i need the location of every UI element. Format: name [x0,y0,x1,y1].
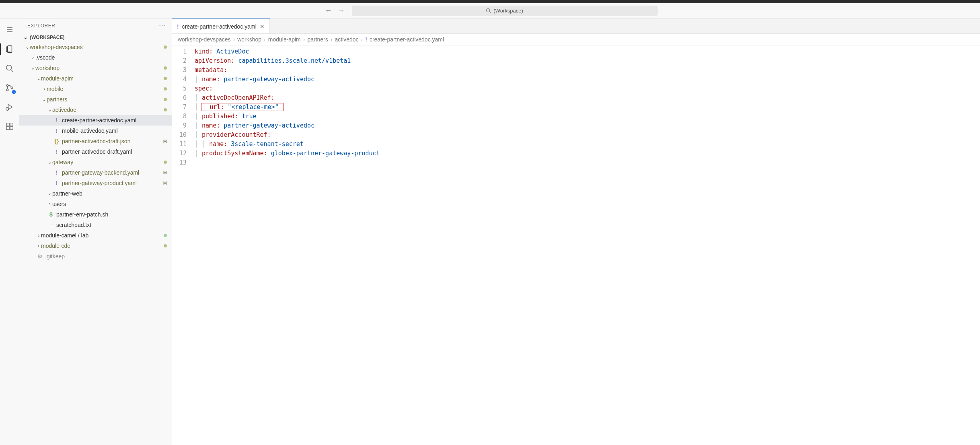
chevron-right-icon: › [264,36,266,43]
chevron-right-icon: › [47,201,52,207]
svg-point-12 [6,107,8,110]
explorer-sidebar: EXPLORER ⋯ ⌄ (WORKSPACE) ⌄ workshop-devs… [19,19,172,445]
tree-label: module-cdc [41,243,164,249]
nav-forward-button[interactable]: → [336,5,347,16]
tree-folder-workshop[interactable]: ⌄ workshop [19,63,172,73]
breadcrumb-item[interactable]: activedoc [335,36,358,43]
modified-dot-icon [164,66,167,70]
run-debug-icon[interactable] [2,99,18,115]
chevron-down-icon: ⌄ [25,44,30,50]
tree-label: users [52,201,167,207]
tree-folder-module-apim[interactable]: ⌄ module-apim [19,73,172,84]
search-activity-icon[interactable] [2,60,18,76]
svg-rect-15 [10,127,12,130]
yaml-file-icon: ! [53,180,60,186]
breadcrumb-item[interactable]: workshop-devspaces [178,36,231,43]
yaml-file-icon: ! [53,148,60,155]
tab-create-partner-activedoc[interactable]: ! create-partner-activedoc.yaml ✕ [172,19,270,33]
tree-label: workshop-devspaces [30,44,164,50]
chevron-right-icon: › [31,55,35,60]
tab-label: create-partner-activedoc.yaml [182,23,257,30]
menu-icon[interactable] [2,22,18,38]
file-tree: ⌄ workshop-devspaces › .vscode ⌄ worksho… [19,42,172,445]
breadcrumb[interactable]: workshop-devspaces› workshop› module-api… [172,34,980,45]
modified-badge: M [163,170,167,175]
chevron-down-icon: ⌄ [36,76,41,81]
code-content[interactable]: kind: ActiveDoc apiVersion: capabilities… [191,45,380,445]
tree-label: module-camel / lab [41,232,164,239]
extensions-icon[interactable] [2,118,18,134]
modified-dot-icon [164,98,167,101]
tree-label: create-partner-activedoc.yaml [62,117,167,124]
tree-file-partner-gateway-backend[interactable]: ! partner-gateway-backend.yaml M [19,167,172,178]
svg-point-7 [6,84,8,87]
editor-area: ! create-partner-activedoc.yaml ✕ worksh… [172,19,980,445]
tree-folder-module-cdc[interactable]: › module-cdc [19,241,172,251]
modified-dot-icon [164,161,167,164]
svg-rect-13 [6,123,9,126]
tree-file-partner-activedoc-draft-json[interactable]: {} partner-activedoc-draft.json M [19,136,172,146]
breadcrumb-item[interactable]: workshop [237,36,261,43]
tree-label: .gitkeep [45,253,167,260]
tree-file-partner-activedoc-draft-yaml[interactable]: ! partner-activedoc-draft.yaml [19,146,172,157]
chevron-right-icon: › [361,36,363,43]
tree-file-scratchpad[interactable]: ≡ scratchpad.txt [19,220,172,230]
modified-badge: M [163,181,167,185]
svg-line-1 [489,12,491,13]
tree-folder-partners[interactable]: ⌄ partners [19,94,172,105]
command-center-search[interactable]: (Workspace) [352,6,657,16]
tree-file-gitkeep[interactable]: ⚙ .gitkeep [19,251,172,262]
tree-folder-users[interactable]: › users [19,199,172,209]
source-control-icon[interactable] [2,80,18,96]
tree-label: scratchpad.txt [56,222,167,228]
tree-label: partner-gateway-backend.yaml [62,169,162,176]
tree-label: partner-web [52,190,167,197]
chevron-down-icon: ⌄ [47,159,52,165]
breadcrumb-item[interactable]: create-partner-activedoc.yaml [370,36,444,43]
chevron-right-icon: › [47,191,52,196]
line-gutter: 123 456 789 101112 13 [172,45,191,445]
tree-folder-root[interactable]: ⌄ workshop-devspaces [19,42,172,52]
search-placeholder: (Workspace) [493,8,523,14]
breadcrumb-item[interactable]: partners [307,36,328,43]
svg-rect-14 [6,127,9,130]
tree-file-partner-env-patch[interactable]: $ partner-env-patch.sh [19,209,172,220]
tree-label: gateway [52,159,164,165]
tree-file-mobile-activedoc[interactable]: ! mobile-activedoc.yaml [19,126,172,136]
close-icon[interactable]: ✕ [260,23,265,30]
svg-line-6 [10,70,13,72]
tree-folder-gateway[interactable]: ⌄ gateway [19,157,172,167]
json-file-icon: {} [53,138,60,144]
chevron-down-icon: ⌄ [47,107,52,113]
tree-folder-vscode[interactable]: › .vscode [19,52,172,63]
activity-bar [0,19,19,445]
tree-file-partner-gateway-product[interactable]: ! partner-gateway-product.yaml M [19,178,172,188]
chevron-right-icon: › [42,86,47,92]
explorer-title: EXPLORER [27,23,55,29]
workspace-section-header[interactable]: ⌄ (WORKSPACE) [19,33,172,42]
explorer-more-icon[interactable]: ⋯ [159,22,165,29]
yaml-file-icon: ! [53,128,60,134]
explorer-icon[interactable] [2,41,18,57]
yaml-file-icon: ! [53,117,60,124]
tree-label: module-apim [41,75,164,82]
gear-icon: ⚙ [36,253,43,260]
tree-label: partner-activedoc-draft.json [62,138,162,144]
breadcrumb-item[interactable]: module-apim [268,36,301,43]
modified-dot-icon [164,45,167,49]
tree-folder-partner-web[interactable]: › partner-web [19,188,172,199]
svg-point-9 [11,87,13,89]
tree-file-create-partner-activedoc[interactable]: ! create-partner-activedoc.yaml [19,115,172,126]
editor-tabs: ! create-partner-activedoc.yaml ✕ [172,19,980,34]
chevron-down-icon: ⌄ [42,97,47,102]
tree-label: partners [47,96,164,103]
tree-folder-activedoc[interactable]: ⌄ activedoc [19,105,172,115]
tree-label: partner-gateway-product.yaml [62,180,162,186]
modified-dot-icon [164,108,167,111]
nav-back-button[interactable]: ← [323,5,334,16]
tree-label: partner-activedoc-draft.yaml [62,148,167,155]
tree-folder-module-camel[interactable]: › module-camel / lab [19,230,172,241]
tree-folder-mobile[interactable]: › mobile [19,84,172,94]
svg-point-8 [6,89,8,91]
code-editor[interactable]: 123 456 789 101112 13 kind: ActiveDoc ap… [172,45,980,445]
